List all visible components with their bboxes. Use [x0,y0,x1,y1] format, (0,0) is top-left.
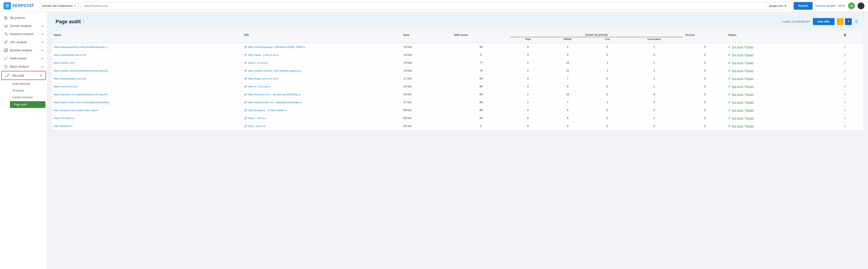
url-link[interactable]: https://webttx.com/ru/...enko-liudmila-o… [248,69,299,72]
expand-icon[interactable]: ▶ [265,117,267,120]
sidebar-item-backlink-analysis[interactable]: 🔄 Backlink analysis ▶ [0,46,47,54]
url-link[interactable]: http://...pof.ru/ [248,125,264,127]
sidebar-item-rank-tracker[interactable]: 📈 Rank tracker ▶ [0,54,47,62]
see-result-link[interactable]: See result [732,101,743,104]
restart-link[interactable]: Restart [745,69,753,72]
see-result-link[interactable]: See result [732,93,743,96]
see-result-link[interactable]: See result [732,109,743,111]
search-button[interactable]: Search [794,2,812,10]
cell-date: 24 Nov [402,67,452,75]
sidebar-sub-item-audit-summary[interactable]: Audit summary [10,80,47,87]
sidebar-item-url-analysis[interactable]: 🔗 URL analysis ▶ [0,38,47,46]
cell-status: ✔ See result / Restart [726,83,842,91]
sidebar-item-keyword-research[interactable]: 🔍 Keyword research ▶ [0,30,47,38]
logo[interactable]: SERPSTAT [4,2,34,9]
status-ok-icon: ✔ [728,45,731,49]
sidebar-item-domain-analysis[interactable]: 📊 Domain analysis ▶ [0,22,47,30]
sidebar-sub-item-all-issues[interactable]: All issues [10,87,47,94]
separator: / [744,69,745,72]
avatar[interactable] [858,2,864,9]
link-icon: 🔗 [4,40,8,44]
restart-link[interactable]: Restart [745,46,753,48]
cell-delete[interactable]: 🗑 [842,91,864,98]
search-engine-selector[interactable]: google.com ▼ [767,2,789,9]
name-link[interactable]: https://choopoff.ru/ [54,117,74,120]
warning-icon-button[interactable]: ! [837,18,844,25]
restart-link[interactable]: Restart [745,61,753,64]
restart-link[interactable]: Restart [745,101,753,104]
cell-delete[interactable]: 🗑 [842,43,864,51]
name-link[interactable]: https://progress.com.ua/pro-talks-native… [54,109,98,111]
expand-icon[interactable]: ▶ [300,70,302,72]
restart-link[interactable]: Restart [745,54,753,56]
see-result-link[interactable]: See result [732,54,743,56]
expand-icon[interactable]: ▶ [264,125,266,127]
see-result-link[interactable]: See result [732,117,743,120]
url-link[interactable]: https://...off.ru/ [248,117,264,120]
sidebar-item-my-projects[interactable]: 🏠 My projects [0,13,47,22]
restart-link[interactable]: Restart [745,125,753,127]
language-selector[interactable]: EN ▼ [838,4,845,7]
url-link[interactable]: https://progress....ro-talks-native/ [248,109,284,111]
see-result-link[interactable]: See result [732,77,743,80]
restart-link[interactable]: Restart [745,77,753,80]
info-icon[interactable]: ℹ [84,20,85,24]
cell-delete[interactable]: 🗑 [842,59,864,67]
restart-link[interactable]: Restart [745,117,753,120]
sidebar-sub-item-page-audit[interactable]: Page audit [10,101,45,108]
url-link[interactable]: https://www.rendez-vou...atalog/brands/a… [248,101,300,104]
name-link[interactable]: https://womensprivacy.ru/5/msk/catalogue… [54,46,110,48]
sidebar-sub-item-custom-overview[interactable]: Custom overview [10,94,47,101]
cell-status: ✔ See result / Restart [726,91,842,98]
delete-icon-button[interactable]: 🗑 [853,18,860,25]
cell-delete[interactable]: 🗑 [842,122,864,130]
name-link[interactable]: http://choopof.ru/ [54,125,72,127]
cell-delete[interactable]: 🗑 [842,114,864,122]
restart-link[interactable]: Restart [745,109,753,111]
sidebar-item-site-audit[interactable]: 🔎 Site audit ▼ [1,71,46,80]
url-link[interactable]: https://c...mit.com/ [248,85,268,88]
see-result-link[interactable]: See result [732,61,743,64]
see-result-link[interactable]: See result [732,125,743,127]
expand-icon[interactable]: ▶ [299,93,301,96]
expand-icon[interactable]: ▶ [301,101,302,104]
see-result-link[interactable]: See result [732,85,743,88]
see-result-link[interactable]: See result [732,46,743,48]
cell-delete[interactable]: 🗑 [842,98,864,106]
url-link[interactable]: https://intimtoys.od.u...oly-seks-igry/6… [248,93,298,96]
expand-icon[interactable]: ▶ [277,77,279,80]
search-input[interactable] [81,4,767,7]
url-link[interactable]: https://baby...port.com.ua/ [248,77,276,80]
url-link[interactable]: https://www....y-bar.co.uk/ [248,54,276,56]
restart-link[interactable]: Restart [745,93,753,96]
expand-icon[interactable]: ▶ [266,62,268,64]
url-link[interactable]: https://...tx.com/ [248,61,266,64]
serpstat-updates-link[interactable]: Serpstat updates [815,4,836,7]
download-button[interactable]: 30 [848,2,855,9]
name-link[interactable]: https://webttx.com/ [54,61,74,64]
col-middle: Middle [546,37,589,43]
expand-icon[interactable]: ▶ [304,46,305,48]
cell-delete[interactable]: 🗑 [842,67,864,75]
name-link[interactable]: https://www.beauty-bar.co.uk/ [54,54,86,56]
expand-icon[interactable]: ▶ [277,54,279,56]
cell-delete[interactable]: 🗑 [842,106,864,114]
expand-icon[interactable]: ▶ [285,109,287,111]
chevron-right-icon: ▶ [42,65,43,68]
see-result-link[interactable]: See result [732,69,743,72]
restart-link[interactable]: Restart [745,85,753,88]
name-link[interactable]: https://webttx.com/ru/portfolio/lanovenk… [54,69,110,72]
add-url-button[interactable]: Add URL [813,18,835,25]
name-link[interactable]: https://intimtoys.od.ua/goods/prikoly-se… [54,93,110,96]
cell-delete[interactable]: 🗑 [842,75,864,83]
cell-delete[interactable]: 🗑 [842,51,864,59]
name-link[interactable]: https://cencomit.com/ [54,85,77,88]
cell-delete[interactable]: 🗑 [842,83,864,91]
expand-icon[interactable]: ▶ [269,86,271,88]
url-link[interactable]: https://womensprivacy....0063/price-1500… [248,46,303,48]
sidebar-item-batch-analysis[interactable]: 📋 Batch analysis ▶ [0,62,47,70]
domain-selector[interactable]: Domain with subdomains ▼ [39,3,79,9]
help-icon-button[interactable]: ? [845,18,852,25]
name-link[interactable]: https://www.rendez-vous.ru/catalog/brand… [54,101,110,104]
name-link[interactable]: https://babytransport.com.ua/ [54,77,86,80]
